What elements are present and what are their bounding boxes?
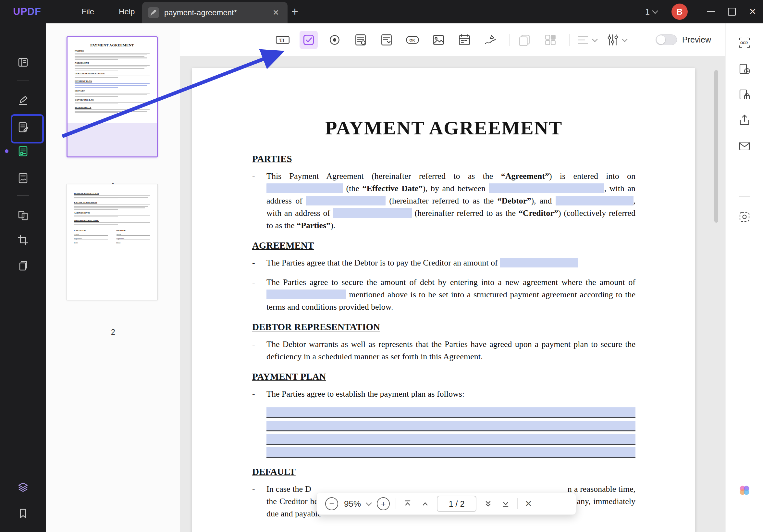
minimize-button[interactable] (701, 0, 721, 23)
fill-sign-icon (17, 172, 30, 185)
pdf-page[interactable]: PAYMENT AGREEMENT PARTIES-This Payment A… (192, 68, 695, 532)
mini-signature-column: DEBTORName:Signature:Date: (117, 227, 151, 245)
mini-signature-column: CREDITORName:Signature:Date: (74, 227, 108, 245)
sidebar-item-annotate[interactable] (14, 91, 32, 109)
right-item-send-email[interactable] (735, 137, 754, 155)
tool-radio-button[interactable] (326, 31, 344, 49)
right-item-ai-assistant[interactable] (735, 481, 754, 499)
form-field-blank[interactable] (333, 208, 412, 218)
first-page-button[interactable] (402, 498, 413, 510)
payment-plan-line[interactable] (267, 407, 635, 418)
paragraph-text: This Payment Agreement (hereinafter refe… (267, 170, 635, 232)
section-heading: PAYMENT PLAN (252, 371, 635, 382)
left-sidebar (0, 23, 46, 532)
right-item-screen-capture[interactable] (735, 208, 754, 226)
ai-assistant-flower-icon (737, 483, 752, 497)
menu-help[interactable]: Help (106, 7, 147, 16)
tool-align[interactable] (576, 33, 597, 48)
tool-dropdown[interactable] (378, 31, 395, 49)
sidebar-item-bookmarks[interactable] (14, 504, 32, 523)
tab-close-icon[interactable]: ✕ (270, 7, 282, 19)
mini-text-line (74, 222, 150, 223)
mini-text-line (75, 83, 150, 84)
preview-toggle[interactable] (656, 35, 677, 45)
chevron-down-icon (652, 8, 658, 14)
mini-signature-row: Date: (74, 242, 108, 244)
toggle-knob (657, 35, 665, 44)
sidebar-item-attachments[interactable] (14, 530, 32, 532)
mini-text-line (74, 207, 145, 208)
tool-duplicate[interactable] (515, 31, 534, 49)
payment-plan-line[interactable] (267, 447, 635, 458)
section-heading: PARTIES (252, 154, 635, 164)
previous-page-button[interactable] (419, 498, 431, 510)
minimize-icon (707, 11, 715, 12)
right-item-ocr[interactable]: OCR (735, 34, 754, 52)
vertical-scrollbar[interactable] (714, 70, 718, 223)
thumbnail-panel: PAYMENT AGREEMENTPARTIESAGREEMENTDEBTOR … (46, 23, 180, 532)
close-button[interactable]: ✕ (742, 0, 763, 23)
sidebar-item-organize-pages[interactable] (14, 206, 32, 225)
mini-text-line (75, 76, 150, 76)
updf-app-window: UPDF File Help payment-agreement* ✕ + 1 … (0, 0, 763, 532)
tool-list-box[interactable] (352, 31, 370, 49)
form-field-blank[interactable] (500, 258, 578, 267)
mini-text-line (75, 94, 147, 95)
form-field-blank[interactable] (267, 183, 343, 193)
right-item-document-history[interactable] (735, 60, 754, 78)
menu-file[interactable]: File (69, 7, 106, 16)
zoom-out-button[interactable]: − (325, 497, 338, 510)
sidebar-divider (17, 195, 29, 196)
toolbar-divider (509, 34, 509, 46)
page-indicator[interactable]: 1 / 2 (437, 496, 477, 512)
new-tab-button[interactable]: + (291, 5, 298, 19)
sidebar-item-crop-pages[interactable] (14, 231, 32, 249)
document-tab[interactable]: payment-agreement* ✕ (142, 2, 287, 23)
last-page-button[interactable] (500, 498, 511, 510)
sidebar-item-layers[interactable] (14, 479, 32, 497)
bookmark-icon (17, 507, 30, 520)
right-item-protect[interactable] (735, 86, 754, 104)
right-item-share[interactable] (735, 111, 754, 129)
sidebar-item-thumbnail-panel[interactable] (14, 53, 32, 71)
window-count-dropdown[interactable]: 1 (645, 7, 657, 17)
tool-signature-field[interactable] (481, 31, 499, 49)
zoombar-close-button[interactable]: ✕ (525, 498, 532, 509)
avatar[interactable]: B (672, 4, 688, 20)
payment-plan-line[interactable] (267, 434, 635, 445)
section-heading: DEFAULT (252, 467, 635, 477)
mini-heading: SIGNATURE AND DATE (74, 219, 150, 221)
sidebar-item-batch-process[interactable] (14, 257, 32, 275)
last-page-icon (501, 499, 510, 509)
annotate-pen-icon (17, 94, 30, 107)
page-thumbnail-2[interactable]: DISPUTE RESOLUTIONENTIRE AGREEMENTAMENDM… (66, 184, 158, 300)
batch-pages-icon (17, 259, 30, 272)
tool-text-field[interactable]: TI (273, 31, 292, 49)
sidebar-item-fill-and-sign[interactable] (14, 169, 32, 187)
sidebar-item-edit-pdf[interactable] (14, 118, 32, 136)
form-field-blank[interactable] (267, 289, 346, 299)
form-field-blank[interactable] (556, 196, 633, 205)
page-thumbnail-1[interactable]: PAYMENT AGREEMENTPARTIESAGREEMENTDEBTOR … (66, 36, 158, 158)
payment-plan-line[interactable] (267, 421, 635, 431)
tool-image-field[interactable] (429, 31, 448, 49)
zoom-dropdown-chevron-icon[interactable] (366, 500, 372, 506)
mini-text-line (75, 111, 147, 112)
right-item-comments[interactable] (735, 530, 754, 532)
next-page-button[interactable] (482, 498, 494, 510)
form-field-blank[interactable] (306, 196, 385, 205)
app-logo[interactable]: UPDF (13, 6, 41, 18)
sidebar-item-prepare-form[interactable] (14, 142, 32, 160)
tool-checkbox[interactable] (299, 31, 318, 49)
tool-push-button[interactable]: OK (403, 31, 422, 49)
tool-field-properties[interactable] (605, 33, 627, 48)
tool-layout-grid[interactable] (541, 31, 560, 49)
document-viewport[interactable]: PAYMENT AGREEMENT PARTIES-This Payment A… (180, 56, 725, 532)
zoom-in-button[interactable]: + (377, 497, 390, 510)
chevron-up-icon (420, 499, 430, 509)
tool-date-field[interactable] (455, 31, 474, 49)
form-field-blank[interactable] (489, 183, 604, 193)
list-dash: - (252, 170, 267, 232)
lock-document-icon (737, 88, 752, 102)
maximize-button[interactable] (721, 0, 742, 23)
